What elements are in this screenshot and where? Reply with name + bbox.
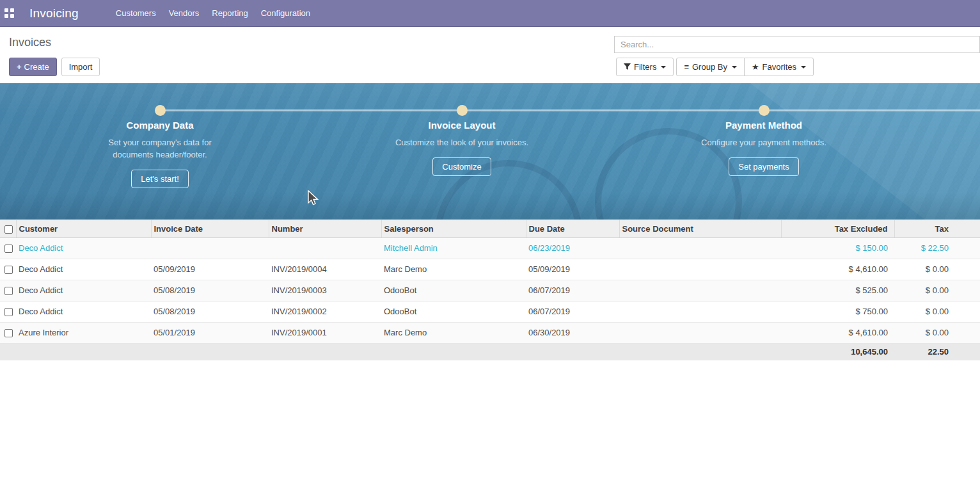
filters-button[interactable]: Filters	[616, 58, 674, 76]
cell-due-date: 06/23/2019	[528, 243, 570, 253]
cell-due-date: 06/07/2019	[528, 285, 570, 295]
cell-due-date: 05/09/2019	[528, 264, 570, 274]
step-title: Invoice Layout	[360, 120, 564, 131]
filters-button-label: Filters	[634, 62, 656, 72]
cell-invoice-date: 05/09/2019	[154, 264, 195, 274]
chevron-down-icon	[801, 66, 806, 68]
cell-customer: Deco Addict	[19, 307, 63, 316]
nav-item-configuration[interactable]: Configuration	[255, 0, 317, 27]
customize-button[interactable]: Customize	[432, 157, 491, 176]
step-description: Configure your payment methods.	[661, 136, 866, 149]
onboarding-progress-line	[160, 109, 980, 111]
cell-salesperson: Mitchell Admin	[384, 243, 438, 253]
cell-number: INV/2019/0001	[271, 328, 327, 337]
total-tax-excluded: 10,645.00	[851, 347, 888, 357]
column-header-customer[interactable]: Customer	[16, 220, 151, 237]
table-row[interactable]: Azure Interior 05/01/2019 INV/2019/0001 …	[0, 322, 980, 343]
onboarding-step-payment-method: Payment Method Configure your payment me…	[661, 120, 866, 176]
nav-item-customers[interactable]: Customers	[109, 0, 162, 27]
cell-tax: $ 0.00	[926, 328, 949, 337]
cell-invoice-date: 05/01/2019	[154, 328, 195, 337]
row-select-cell	[0, 301, 16, 322]
total-tax: 22.50	[928, 347, 949, 357]
star-icon: ★	[752, 62, 759, 72]
column-header-tax-excluded[interactable]: Tax Excluded	[781, 220, 894, 237]
onboarding-step-invoice-layout: Invoice Layout Customize the look of you…	[360, 120, 564, 176]
step-description: Customize the look of your invoices.	[360, 136, 564, 149]
favorites-button[interactable]: ★ Favorites	[744, 58, 814, 76]
cell-salesperson: OdooBot	[384, 285, 416, 295]
row-checkbox[interactable]	[4, 308, 13, 316]
table-header-row: Customer Invoice Date Number Salesperson…	[0, 220, 980, 237]
step-description: Set your company's data for documents he…	[58, 136, 262, 161]
action-buttons: +Create Import	[9, 58, 100, 76]
column-header-invoice-date[interactable]: Invoice Date	[151, 220, 269, 237]
cell-salesperson: OdooBot	[384, 307, 416, 316]
invoice-list-table: Customer Invoice Date Number Salesperson…	[0, 220, 980, 360]
app-brand[interactable]: Invoicing	[29, 6, 79, 20]
cell-tax: $ 0.00	[926, 264, 949, 274]
cell-tax: $ 0.00	[926, 307, 949, 316]
table-row[interactable]: Deco Addict 05/08/2019 INV/2019/0003 Odo…	[0, 280, 980, 301]
row-checkbox[interactable]	[4, 266, 13, 274]
cell-customer: Azure Interior	[19, 328, 68, 337]
onboarding-banner: Company Data Set your company's data for…	[0, 83, 980, 220]
cell-customer: Deco Addict	[19, 243, 63, 253]
group-by-button[interactable]: ≡ Group By	[676, 58, 745, 76]
cell-salesperson: Marc Demo	[384, 328, 427, 337]
cell-tax-excluded: $ 150.00	[855, 243, 888, 253]
create-button-label: Create	[24, 62, 49, 72]
apps-menu-icon[interactable]	[4, 8, 15, 19]
row-checkbox[interactable]	[4, 329, 13, 337]
cell-due-date: 06/07/2019	[528, 307, 570, 316]
cell-customer: Deco Addict	[19, 285, 63, 295]
step-dot-company-data	[155, 105, 166, 116]
cell-number: INV/2019/0003	[271, 285, 327, 295]
column-header-due-date[interactable]: Due Date	[526, 220, 619, 237]
cell-due-date: 06/30/2019	[528, 328, 570, 337]
table-row[interactable]: Deco Addict 05/09/2019 INV/2019/0004 Mar…	[0, 259, 980, 280]
nav-item-reporting[interactable]: Reporting	[205, 0, 254, 27]
cell-tax-excluded: $ 4,610.00	[849, 264, 888, 274]
cell-customer: Deco Addict	[19, 264, 63, 274]
onboarding-step-company-data: Company Data Set your company's data for…	[58, 120, 262, 188]
plus-icon: +	[17, 62, 22, 72]
import-button[interactable]: Import	[61, 58, 100, 76]
cell-invoice-date: 05/08/2019	[154, 285, 195, 295]
filter-funnel-icon	[624, 63, 631, 70]
table-totals-row: 10,645.00 22.50	[0, 343, 980, 360]
create-button[interactable]: +Create	[9, 58, 57, 76]
nav-item-vendors[interactable]: Vendors	[162, 0, 206, 27]
search-input[interactable]	[614, 36, 980, 53]
row-select-cell	[0, 237, 16, 259]
row-select-cell	[0, 280, 16, 301]
group-by-button-label: Group By	[692, 62, 727, 72]
select-all-header	[0, 220, 16, 237]
step-dot-payment-method	[759, 105, 770, 116]
page-title: Invoices	[9, 36, 51, 49]
column-header-salesperson[interactable]: Salesperson	[381, 220, 526, 237]
group-by-lines-icon: ≡	[684, 62, 689, 72]
column-header-tax[interactable]: Tax	[894, 220, 980, 237]
cell-tax-excluded: $ 750.00	[855, 307, 888, 316]
column-header-source-document[interactable]: Source Document	[619, 220, 781, 237]
lets-start-button[interactable]: Let's start!	[131, 170, 189, 188]
set-payments-button[interactable]: Set payments	[729, 157, 799, 176]
chevron-down-icon	[732, 66, 737, 68]
table-row[interactable]: Deco Addict 05/08/2019 INV/2019/0002 Odo…	[0, 301, 980, 322]
column-header-number[interactable]: Number	[269, 220, 381, 237]
cell-invoice-date: 05/08/2019	[154, 307, 195, 316]
import-button-label: Import	[69, 62, 93, 72]
select-all-checkbox[interactable]	[4, 225, 13, 234]
row-checkbox[interactable]	[4, 245, 13, 253]
cell-number: INV/2019/0002	[271, 307, 327, 316]
cell-salesperson: Marc Demo	[384, 264, 427, 274]
step-dot-invoice-layout	[457, 105, 468, 116]
top-navbar: Invoicing Customers Vendors Reporting Co…	[0, 0, 980, 27]
cell-tax: $ 0.00	[926, 285, 949, 295]
search-filter-bar: Filters ≡ Group By ★ Favorites	[616, 58, 814, 76]
row-checkbox[interactable]	[4, 287, 13, 295]
favorites-button-label: Favorites	[763, 62, 796, 72]
row-select-cell	[0, 259, 16, 280]
table-row[interactable]: Deco Addict Mitchell Admin 06/23/2019 $ …	[0, 237, 980, 259]
